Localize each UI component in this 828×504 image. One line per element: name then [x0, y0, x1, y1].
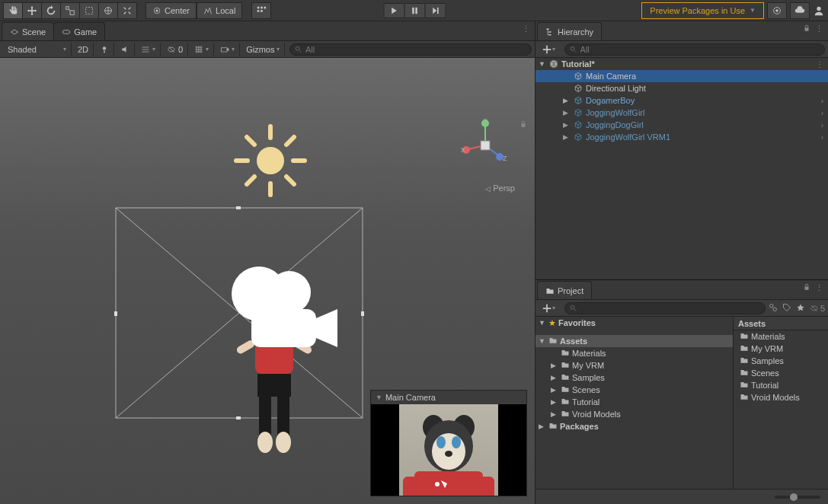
camera-settings[interactable]: ▾ [216, 43, 240, 56]
project-folder[interactable]: ▶ Scenes [535, 384, 733, 396]
expand-arrow-icon[interactable]: ▼ [539, 60, 546, 68]
gizmos-toggle[interactable]: Gizmos▾ [241, 43, 285, 56]
grid-toggle[interactable]: ▾ [190, 43, 214, 56]
pause-button[interactable] [404, 3, 425, 18]
hierarchy-item[interactable]: Directional Light [535, 82, 828, 94]
project-tab[interactable]: Project [537, 281, 592, 299]
play-button[interactable] [383, 3, 404, 18]
packages-root[interactable]: ▶ Packages [535, 420, 733, 432]
project-search[interactable] [564, 302, 766, 314]
hierarchy-search[interactable] [564, 43, 825, 56]
scene-root[interactable]: ▼ Tutorial* ⋮ [535, 58, 828, 70]
project-folder[interactable]: ▶ My VRM [535, 359, 733, 372]
favorites-root[interactable]: ▼ ★ Favorites [535, 317, 733, 329]
hidden-objects[interactable]: 0 [162, 43, 188, 56]
expand-arrow-icon[interactable]: ▶ [539, 423, 546, 430]
hierarchy-menu-icon[interactable]: ⋮ [815, 24, 823, 34]
project-asset[interactable]: Scenes [734, 367, 828, 379]
assets-breadcrumb[interactable]: Assets [734, 317, 828, 330]
project-asset[interactable]: My VRM [734, 343, 828, 355]
project-asset[interactable]: Materials [734, 330, 828, 343]
scene-search-input[interactable] [305, 45, 526, 54]
expand-arrow-icon[interactable]: ▶ [551, 398, 558, 406]
shading-mode[interactable]: Shaded▾ [3, 43, 72, 56]
cloud-button[interactable] [790, 2, 810, 19]
hand-tool[interactable] [3, 2, 23, 19]
expand-arrow-icon[interactable]: ▶ [551, 386, 558, 394]
expand-arrow-icon[interactable]: ▶ [563, 121, 571, 129]
hierarchy-item[interactable]: Main Camera [535, 70, 828, 82]
pivot-space[interactable]: Local [197, 2, 242, 19]
hierarchy-search-input[interactable] [580, 45, 820, 54]
hierarchy-tab[interactable]: Hierarchy [537, 22, 602, 40]
project-asset[interactable]: Tutorial [734, 379, 828, 391]
hierarchy-item[interactable]: ▶ JoggingWolfGirl VRM1 › [535, 131, 828, 143]
fx-toggle[interactable]: ▾ [136, 43, 161, 56]
expand-arrow-icon[interactable]: ▶ [551, 362, 558, 369]
expand-arrow-icon[interactable]: ▶ [563, 109, 571, 116]
hierarchy-item[interactable]: ▶ JoggingDogGirl › [535, 119, 828, 131]
hierarchy-item[interactable]: ▶ DogamerBoy › [535, 94, 828, 107]
project-add-button[interactable]: ▾ [539, 301, 558, 315]
open-prefab-icon[interactable]: › [821, 97, 823, 105]
project-asset[interactable]: Vroid Models [734, 391, 828, 404]
filter-by-type-icon[interactable] [769, 303, 778, 314]
collab-button[interactable] [767, 2, 787, 19]
lighting-toggle[interactable] [95, 43, 114, 56]
projection-label[interactable]: ◁ Persp [485, 183, 515, 193]
account-button[interactable] [813, 2, 825, 19]
game-tab[interactable]: Game [53, 22, 105, 40]
scene-search[interactable] [289, 43, 532, 56]
scene-menu-icon[interactable]: ⋮ [816, 60, 823, 69]
orientation-gizmo[interactable]: y x z [459, 119, 512, 172]
hierarchy-lock-icon[interactable] [803, 24, 810, 34]
project-menu-icon[interactable]: ⋮ [815, 283, 823, 293]
project-folder[interactable]: ▶ Tutorial [535, 396, 733, 408]
tabs-menu-icon[interactable]: ⋮ [522, 24, 530, 34]
expand-arrow-icon[interactable]: ▼ [539, 337, 546, 345]
expand-arrow-icon[interactable]: ▶ [551, 374, 558, 381]
pivot-mode[interactable]: Center [145, 2, 197, 19]
expand-arrow-icon[interactable]: ▼ [539, 319, 546, 327]
svg-point-5 [156, 9, 158, 11]
custom-tools[interactable] [117, 2, 137, 19]
svg-rect-19 [104, 50, 105, 53]
assets-root[interactable]: ▼ Assets [535, 335, 733, 347]
svg-point-66 [769, 304, 773, 308]
open-prefab-icon[interactable]: › [821, 133, 823, 142]
transform-tool[interactable] [98, 2, 118, 19]
project-asset[interactable]: Samples [734, 355, 828, 367]
svg-point-63 [571, 46, 574, 50]
thumbnail-size-slider[interactable] [775, 496, 820, 499]
project-folder[interactable]: Materials [535, 347, 733, 359]
hierarchy-add-button[interactable]: ▾ [539, 43, 558, 56]
rect-tool[interactable] [79, 2, 99, 19]
filter-by-label-icon[interactable] [782, 303, 791, 314]
project-search-input[interactable] [580, 304, 759, 313]
audio-toggle[interactable] [116, 43, 135, 56]
scale-tool[interactable] [60, 2, 80, 19]
2d-toggle[interactable]: 2D [73, 43, 94, 56]
preview-packages-button[interactable]: Preview Packages in Use ▼ [641, 2, 764, 19]
favorite-filter-icon[interactable] [796, 303, 805, 314]
preview-collapse-icon[interactable]: ▼ [376, 394, 382, 401]
svg-rect-43 [481, 141, 490, 150]
rotate-tool[interactable] [41, 2, 61, 19]
svg-point-16 [817, 6, 820, 10]
hidden-packages[interactable]: 5 [810, 304, 825, 313]
expand-arrow-icon[interactable]: ▶ [551, 410, 558, 418]
open-prefab-icon[interactable]: › [821, 109, 823, 117]
expand-arrow-icon[interactable]: ▶ [563, 97, 571, 104]
scene-tab[interactable]: Scene [2, 22, 54, 40]
scene-viewport[interactable]: y x z ◁ Persp ▼ Main Camera [0, 58, 535, 504]
project-folder[interactable]: ▶ Vroid Models [535, 408, 733, 420]
snap-toggle[interactable] [251, 2, 271, 19]
step-button[interactable] [424, 3, 446, 18]
project-folder[interactable]: ▶ Samples [535, 372, 733, 384]
open-prefab-icon[interactable]: › [821, 121, 823, 129]
project-lock-icon[interactable] [803, 283, 810, 293]
hierarchy-item[interactable]: ▶ JoggingWolfGirl › [535, 107, 828, 119]
move-tool[interactable] [22, 2, 42, 19]
expand-arrow-icon[interactable]: ▶ [563, 133, 571, 141]
gizmo-lock-icon[interactable] [519, 120, 527, 129]
